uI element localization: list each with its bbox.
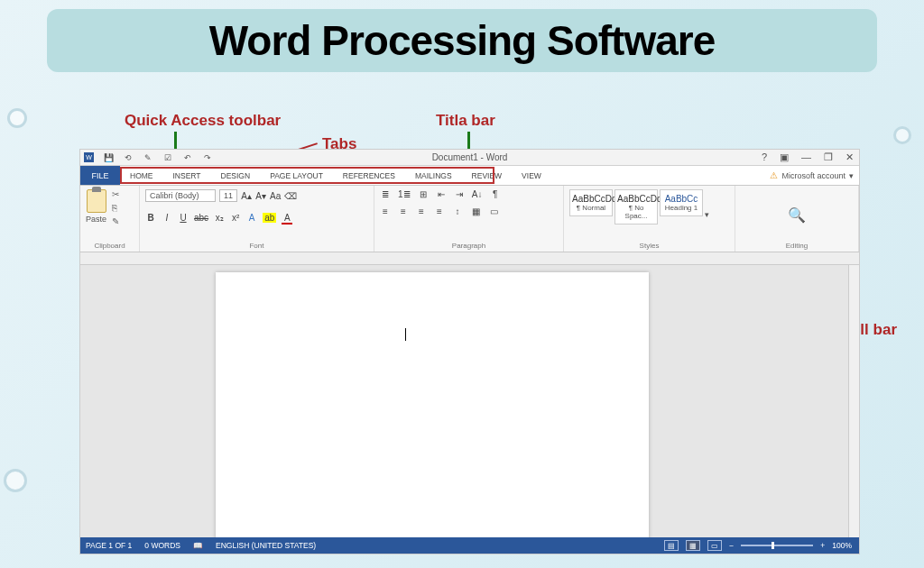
clear-format-button[interactable]: ⌫ <box>284 191 297 201</box>
view-read-button[interactable]: ▤ <box>664 540 679 551</box>
minimize-icon[interactable]: — <box>801 151 811 163</box>
zoom-slider[interactable] <box>741 545 813 546</box>
bullets-button[interactable]: ≣ <box>380 189 391 199</box>
strike-button[interactable]: abc <box>194 213 208 223</box>
styles-more-button[interactable]: ▾ <box>705 210 709 219</box>
redo-icon[interactable]: ↷ <box>202 152 213 163</box>
warning-icon: ⚠ <box>770 170 778 180</box>
show-marks-button[interactable]: ¶ <box>490 189 501 199</box>
style-normal[interactable]: AaBbCcDd ¶ Normal <box>569 189 613 216</box>
bg-dot <box>4 469 27 492</box>
italic-button[interactable]: I <box>162 213 172 223</box>
restore-icon[interactable]: ❐ <box>824 151 833 163</box>
paste-button[interactable]: Paste <box>86 189 106 224</box>
view-web-button[interactable]: ▭ <box>707 540 722 551</box>
qat-left: W 💾 ⟲ ✎ ☑ ↶ ↷ <box>84 152 213 163</box>
styles-label: Styles <box>569 242 729 250</box>
underline-button[interactable]: U <box>178 213 189 223</box>
vertical-scroll-bar[interactable] <box>848 265 859 537</box>
page-title-box: Word Processing Software <box>47 9 877 72</box>
style-preview: AaBbCc <box>662 194 700 204</box>
style-heading1[interactable]: AaBbCc Heading 1 <box>660 189 703 216</box>
tab-home[interactable]: HOME <box>120 166 163 185</box>
style-preview: AaBbCcDd <box>617 194 655 204</box>
annot-qat-line <box>174 132 177 150</box>
highlight-button[interactable]: ab <box>263 213 276 223</box>
font-name-select[interactable]: Calibri (Body) <box>145 189 216 202</box>
change-case-button[interactable]: Aa <box>270 191 281 201</box>
tab-view[interactable]: VIEW <box>512 166 551 185</box>
style-name: ¶ Normal <box>572 204 610 212</box>
bg-dot <box>893 126 911 144</box>
zoom-percent[interactable]: 100% <box>832 541 852 550</box>
ribbon-group-styles: AaBbCcDd ¶ Normal AaBbCcDd ¶ No Spac... … <box>564 186 735 252</box>
ribbon-group-clipboard: Paste ✂ ⎘ ✎ Clipboard <box>80 186 140 252</box>
undo-icon[interactable]: ↶ <box>182 152 193 163</box>
paste-icon <box>87 189 106 213</box>
tab-insert[interactable]: INSERT <box>163 166 211 185</box>
style-preview: AaBbCcDd <box>572 194 610 204</box>
tab-file[interactable]: FILE <box>80 166 120 185</box>
superscript-button[interactable]: x² <box>230 213 241 223</box>
document-page[interactable] <box>216 272 649 537</box>
multilevel-button[interactable]: ⊞ <box>418 189 429 199</box>
text-effects-button[interactable]: A <box>246 213 257 223</box>
font-color-button[interactable]: A <box>282 213 292 223</box>
cut-icon[interactable]: ✂ <box>112 189 119 199</box>
tab-review[interactable]: REVIEW <box>462 166 513 185</box>
word-app-icon: W <box>84 152 94 162</box>
quick-access-toolbar: W 💾 ⟲ ✎ ☑ ↶ ↷ Document1 - Word ? ▣ — ❐ ✕ <box>80 150 859 166</box>
view-print-button[interactable]: ▦ <box>686 540 700 551</box>
status-spell-icon[interactable]: 📖 <box>193 541 203 550</box>
ribbon-group-editing: 🔍 Editing <box>735 186 859 252</box>
bold-button[interactable]: B <box>145 213 156 223</box>
style-name: ¶ No Spac... <box>617 204 655 220</box>
qat-icon-2[interactable]: ✎ <box>143 152 153 163</box>
ribbon-display-icon[interactable]: ▣ <box>780 151 789 163</box>
tab-references[interactable]: REFERENCES <box>333 166 405 185</box>
ms-account[interactable]: ⚠ Microsoft account ▾ <box>770 166 854 185</box>
font-size-select[interactable]: 11 <box>219 189 237 202</box>
zoom-in-button[interactable]: + <box>820 541 825 550</box>
status-page[interactable]: PAGE 1 OF 1 <box>86 541 132 550</box>
font-label: Font <box>145 242 368 250</box>
status-language[interactable]: ENGLISH (UNITED STATES) <box>216 541 316 550</box>
chevron-down-icon: ▾ <box>849 171 854 180</box>
zoom-thumb[interactable] <box>772 542 774 549</box>
format-painter-icon[interactable]: ✎ <box>112 216 119 226</box>
help-icon[interactable]: ? <box>762 151 767 163</box>
tab-pagelayout[interactable]: PAGE LAYOUT <box>260 166 333 185</box>
bg-dot <box>7 108 27 128</box>
annot-qat: Quick Access toolbar <box>125 112 281 130</box>
qat-icon-1[interactable]: ⟲ <box>123 152 134 163</box>
tab-mailings[interactable]: MAILINGS <box>405 166 462 185</box>
align-right-button[interactable]: ≡ <box>416 206 427 216</box>
shrink-font-button[interactable]: A▾ <box>255 191 266 201</box>
status-words[interactable]: 0 WORDS <box>144 541 180 550</box>
style-nospacing[interactable]: AaBbCcDd ¶ No Spac... <box>614 189 658 224</box>
tab-design[interactable]: DESIGN <box>211 166 261 185</box>
grow-font-button[interactable]: A▴ <box>241 191 252 201</box>
sort-button[interactable]: A↓ <box>472 189 483 199</box>
align-left-button[interactable]: ≡ <box>380 206 391 216</box>
zoom-out-button[interactable]: − <box>729 541 734 550</box>
justify-button[interactable]: ≡ <box>434 206 445 216</box>
subscript-button[interactable]: x₂ <box>214 213 225 223</box>
annot-titlebar: Titla bar <box>436 112 495 130</box>
editing-label: Editing <box>786 242 808 250</box>
window-controls: ? ▣ — ❐ ✕ <box>762 151 854 163</box>
decrease-indent-button[interactable]: ⇤ <box>436 189 447 199</box>
align-center-button[interactable]: ≡ <box>398 206 409 216</box>
increase-indent-button[interactable]: ⇥ <box>454 189 465 199</box>
borders-button[interactable]: ▭ <box>488 206 499 216</box>
close-icon[interactable]: ✕ <box>845 151 854 163</box>
shading-button[interactable]: ▦ <box>470 206 481 216</box>
copy-icon[interactable]: ⎘ <box>112 203 119 213</box>
find-icon[interactable]: 🔍 <box>788 206 806 224</box>
ribbon-group-font: Calibri (Body) 11 A▴ A▾ Aa ⌫ B I U abc x… <box>140 186 374 252</box>
paste-label: Paste <box>86 215 106 224</box>
qat-icon-3[interactable]: ☑ <box>162 152 173 163</box>
save-icon[interactable]: 💾 <box>103 152 114 163</box>
line-spacing-button[interactable]: ↕ <box>452 206 463 216</box>
numbering-button[interactable]: 1≣ <box>398 189 411 199</box>
